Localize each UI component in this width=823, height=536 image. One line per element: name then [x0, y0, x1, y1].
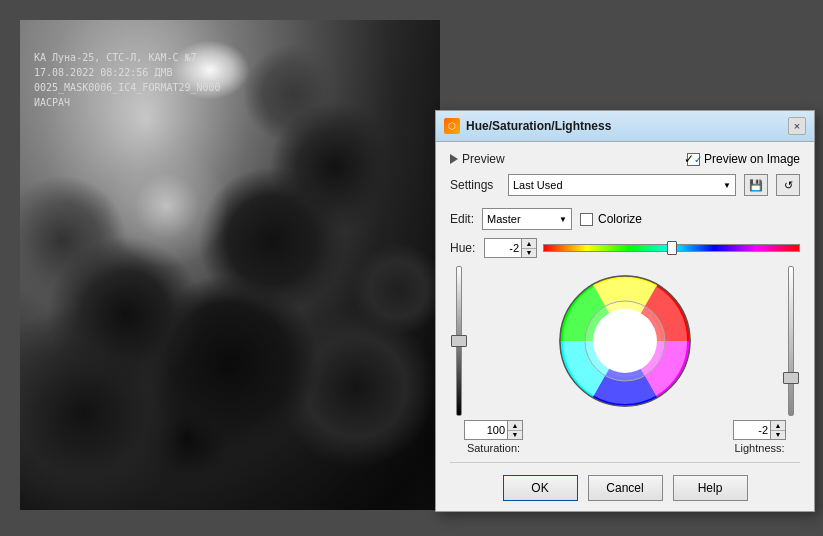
preview-right: ✓ Preview on Image	[687, 152, 800, 166]
separator	[450, 462, 800, 463]
settings-value: Last Used	[513, 179, 563, 191]
triangle-icon	[450, 154, 458, 164]
saturation-spinbox-group: ▲ ▼ Saturation:	[464, 420, 523, 454]
reset-icon: ↺	[784, 179, 793, 192]
settings-dropdown-arrow: ▼	[723, 181, 731, 190]
lightness-label: Lightness:	[734, 442, 784, 454]
help-button[interactable]: Help	[673, 475, 748, 501]
save-icon: 💾	[749, 179, 763, 192]
saturation-spinbox: ▲ ▼	[464, 420, 523, 440]
dialog-title: Hue/Saturation/Lightness	[466, 119, 611, 133]
lightness-spin-down[interactable]: ▼	[771, 431, 785, 440]
settings-dropdown[interactable]: Last Used ▼	[508, 174, 736, 196]
colorize-checkbox[interactable]	[580, 213, 593, 226]
hue-track[interactable]	[543, 244, 800, 252]
colorize-container: Colorize	[580, 212, 642, 226]
lightness-spinbox-group: ▲ ▼ Lightness:	[733, 420, 786, 454]
preview-on-image-checkbox-container[interactable]: ✓ Preview on Image	[687, 152, 800, 166]
hue-input[interactable]	[484, 238, 522, 258]
hue-thumb[interactable]	[667, 241, 677, 255]
hue-row: Hue: ▲ ▼	[450, 238, 800, 258]
saturation-thumb[interactable]	[451, 335, 467, 347]
hue-spin-down[interactable]: ▼	[522, 249, 536, 258]
hue-spin-arrows: ▲ ▼	[522, 238, 537, 258]
saturation-input[interactable]	[464, 420, 508, 440]
color-wheel-svg	[555, 271, 695, 411]
svg-point-5	[593, 309, 657, 373]
edit-label: Edit:	[450, 212, 474, 226]
lightness-spin-arrows: ▲ ▼	[771, 420, 786, 440]
title-left: ⬡ Hue/Saturation/Lightness	[444, 118, 611, 134]
saturation-label: Saturation:	[467, 442, 520, 454]
footer-buttons: OK Cancel Help	[450, 471, 800, 501]
settings-label: Settings	[450, 178, 500, 192]
hue-slider-container[interactable]	[543, 238, 800, 258]
saturation-spin-down[interactable]: ▼	[508, 431, 522, 440]
edit-channel-value: Master	[487, 213, 521, 225]
close-button[interactable]: ×	[788, 117, 806, 135]
lightness-spinbox: ▲ ▼	[733, 420, 786, 440]
hue-label: Hue:	[450, 241, 478, 255]
colorize-label: Colorize	[598, 212, 642, 226]
saturation-track[interactable]	[456, 266, 462, 416]
edit-row: Edit: Master ▼ Colorize	[450, 208, 800, 230]
saturation-spin-up[interactable]: ▲	[508, 421, 522, 431]
hsl-dialog: ⬡ Hue/Saturation/Lightness × Preview ✓ P…	[435, 110, 815, 512]
ok-button[interactable]: OK	[503, 475, 578, 501]
moon-image: КА Луна-25, СТС-Л, КАМ-С №7 17.08.2022 0…	[20, 20, 440, 510]
color-wheel	[555, 271, 695, 411]
lightness-input[interactable]	[733, 420, 771, 440]
settings-row: Settings Last Used ▼ 💾 ↺	[450, 174, 800, 196]
controls-area	[450, 266, 800, 416]
saturation-slider-visual[interactable]	[450, 266, 468, 416]
save-settings-button[interactable]: 💾	[744, 174, 768, 196]
preview-label: Preview	[462, 152, 505, 166]
preview-on-image-checkbox[interactable]: ✓	[687, 153, 700, 166]
preview-left: Preview	[450, 152, 505, 166]
image-metadata: КА Луна-25, СТС-Л, КАМ-С №7 17.08.2022 0…	[34, 50, 221, 110]
edit-channel-dropdown[interactable]: Master ▼	[482, 208, 572, 230]
dialog-body: Preview ✓ Preview on Image Settings Last…	[436, 142, 814, 511]
lightness-spin-up[interactable]: ▲	[771, 421, 785, 431]
dialog-titlebar: ⬡ Hue/Saturation/Lightness ×	[436, 111, 814, 142]
dialog-app-icon: ⬡	[444, 118, 460, 134]
cancel-button[interactable]: Cancel	[588, 475, 663, 501]
lightness-track[interactable]	[788, 266, 794, 416]
bottom-values-row: ▲ ▼ Saturation: ▲ ▼ Lightness:	[450, 420, 800, 454]
hue-spinbox: ▲ ▼	[484, 238, 537, 258]
edit-dropdown-arrow: ▼	[559, 215, 567, 224]
preview-on-image-label: Preview on Image	[704, 152, 800, 166]
hue-spin-up[interactable]: ▲	[522, 239, 536, 249]
lightness-slider-visual[interactable]	[782, 266, 800, 416]
lightness-thumb[interactable]	[783, 372, 799, 384]
reset-settings-button[interactable]: ↺	[776, 174, 800, 196]
saturation-spin-arrows: ▲ ▼	[508, 420, 523, 440]
preview-row: Preview ✓ Preview on Image	[450, 152, 800, 166]
